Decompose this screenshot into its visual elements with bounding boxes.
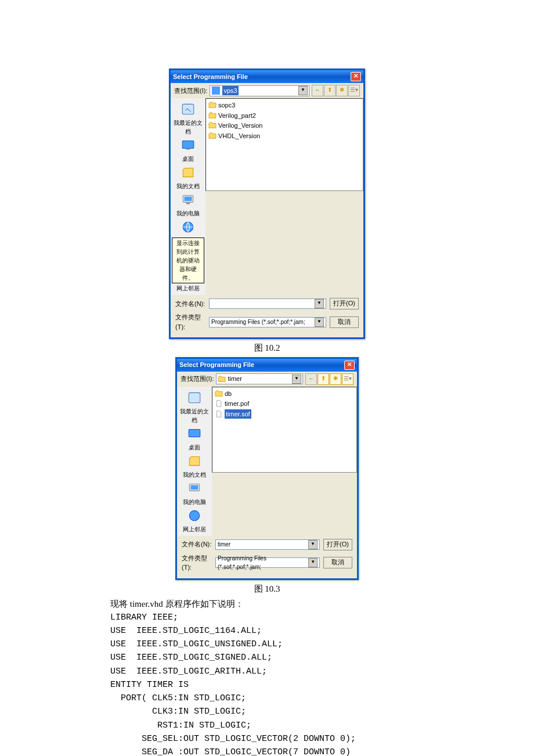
figure-caption-1: 图 10.2 (110, 341, 424, 355)
titlebar[interactable]: Select Programming File ✕ (177, 359, 357, 372)
filetype-combo[interactable]: Programming Files (*.sof;*.pof;*.jam;▼ (209, 317, 326, 327)
places-network: 网上邻居 (176, 284, 200, 293)
folder-icon (218, 376, 226, 383)
places-computer: 我的电脑 (183, 498, 206, 506)
list-item[interactable]: timer.sof (214, 409, 355, 419)
close-icon[interactable]: ✕ (344, 361, 355, 370)
folder-icon (208, 112, 217, 119)
list-item[interactable]: VHDL_Version (208, 131, 361, 141)
view-icon[interactable]: ☰▾ (342, 373, 353, 385)
chevron-down-icon[interactable]: ▼ (315, 318, 324, 327)
network-icon[interactable] (179, 218, 197, 236)
filetype-label: 文件类型(T): (182, 553, 212, 573)
close-icon[interactable]: ✕ (351, 72, 361, 81)
computer-icon[interactable] (185, 480, 204, 497)
chevron-down-icon[interactable]: ▼ (308, 558, 317, 567)
folder-icon (208, 122, 217, 129)
lookin-value: vps3 (222, 86, 238, 96)
new-folder-icon[interactable]: ✱ (330, 373, 341, 385)
filename-input[interactable]: timer▼ (215, 539, 320, 550)
lookin-value: timer (228, 374, 241, 384)
chevron-down-icon[interactable]: ▼ (315, 299, 324, 308)
computer-icon[interactable] (179, 191, 197, 208)
filename-input[interactable]: ▼ (209, 298, 326, 309)
folder-icon (208, 132, 217, 139)
documents-icon[interactable] (185, 452, 204, 470)
lookin-label: 查找范围(I): (174, 86, 207, 96)
back-icon[interactable]: ← (305, 373, 317, 385)
lookin-toolbar: 查找范围(I): vps3 ▼ ← ⬆ ✱ ☰▾ (171, 83, 363, 98)
network-icon[interactable] (185, 507, 204, 524)
cancel-button[interactable]: 取消 (330, 316, 359, 328)
vhdl-code-block: LIBRARY IEEE; USE IEEE.STD_LOGIC_1164.AL… (110, 611, 424, 757)
file-icon (215, 400, 223, 407)
places-desktop: 桌面 (189, 443, 200, 452)
nav-buttons: ← ⬆ ✱ ☰▾ (312, 85, 360, 96)
new-folder-icon[interactable]: ✱ (336, 85, 348, 96)
desktop-icon[interactable] (185, 425, 204, 442)
filename-label: 文件名(N): (175, 299, 205, 309)
figure-caption-2: 图 10.3 (110, 582, 424, 596)
back-icon[interactable]: ← (312, 85, 323, 96)
desktop-icon[interactable] (179, 136, 197, 154)
svg-rect-7 (189, 393, 200, 402)
dialog-select-programming-file-2: Select Programming File ✕ 查找范围(I): timer… (175, 357, 359, 580)
list-item[interactable]: db (214, 389, 355, 399)
lookin-combo[interactable]: vps3 ▼ (210, 85, 309, 96)
folder-icon (215, 390, 223, 397)
nav-buttons: ← ⬆ ✱ ☰▾ (305, 373, 353, 385)
titlebar[interactable]: Select Programming File ✕ (171, 70, 363, 83)
list-item[interactable]: Verilog_part2 (208, 111, 361, 121)
places-documents: 我的文档 (176, 182, 200, 190)
documents-icon[interactable] (179, 164, 197, 181)
places-documents: 我的文档 (183, 470, 206, 479)
file-list[interactable]: sopc3 Verilog_part2 Verilog_Version VHDL… (205, 98, 363, 191)
folder-icon (208, 102, 217, 109)
svg-rect-10 (191, 485, 199, 489)
open-button[interactable]: 打开(O) (323, 539, 352, 550)
list-item[interactable]: timer.pof (214, 399, 355, 409)
dialog-select-programming-file-1: Select Programming File ✕ 查找范围(I): vps3 … (169, 69, 365, 339)
tooltip: 显示连接到此计算机的驱动器和硬件。 (172, 237, 204, 283)
places-desktop: 桌面 (182, 154, 194, 163)
lookin-combo[interactable]: timer ▼ (216, 373, 303, 384)
places-bar: 我最近的文档 桌面 我的文档 我的电脑 显示连接到此计算机的驱动器和硬件。 网上… (171, 98, 205, 295)
dialog-title: Select Programming File (173, 72, 248, 82)
file-icon (215, 411, 223, 417)
svg-rect-4 (185, 197, 192, 201)
svg-point-11 (189, 510, 199, 520)
svg-rect-8 (189, 429, 200, 437)
places-computer: 我的电脑 (176, 209, 200, 218)
filetype-label: 文件类型(T): (175, 312, 205, 332)
chevron-down-icon[interactable]: ▼ (292, 375, 301, 384)
recent-icon[interactable] (185, 389, 204, 406)
chevron-down-icon[interactable]: ▼ (308, 540, 317, 549)
recent-icon[interactable] (179, 100, 197, 118)
places-recent: 我最近的文档 (178, 407, 211, 424)
cancel-button[interactable]: 取消 (323, 557, 352, 568)
filename-label: 文件名(N): (182, 539, 212, 549)
svg-rect-2 (186, 148, 190, 149)
file-list[interactable]: db timer.pof timer.sof (212, 387, 357, 473)
filetype-combo[interactable]: Programming Files (*.sof;*.pof;*.jam;▼ (215, 557, 320, 568)
drive-icon (211, 86, 221, 95)
chevron-down-icon[interactable]: ▼ (298, 86, 308, 95)
view-icon[interactable]: ☰▾ (348, 85, 360, 96)
open-button[interactable]: 打开(O) (330, 298, 359, 309)
list-item[interactable]: Verilog_Version (208, 121, 361, 131)
places-recent: 我最近的文档 (172, 118, 204, 136)
places-bar: 我最近的文档 桌面 我的文档 我的电脑 网上邻居 (177, 387, 212, 536)
up-icon[interactable]: ⬆ (324, 85, 335, 96)
svg-rect-5 (186, 203, 190, 204)
lookin-label: 查找范围(I): (181, 374, 214, 384)
lookin-toolbar: 查找范围(I): timer ▼ ← ⬆ ✱ ☰▾ (177, 372, 357, 387)
svg-rect-1 (182, 141, 194, 148)
up-icon[interactable]: ⬆ (317, 373, 329, 385)
places-network: 网上邻居 (183, 525, 206, 534)
code-intro: 现将 timer.vhd 原程序作如下说明： (110, 597, 424, 611)
dialog-title: Select Programming File (179, 360, 254, 370)
list-item[interactable]: sopc3 (208, 100, 361, 110)
